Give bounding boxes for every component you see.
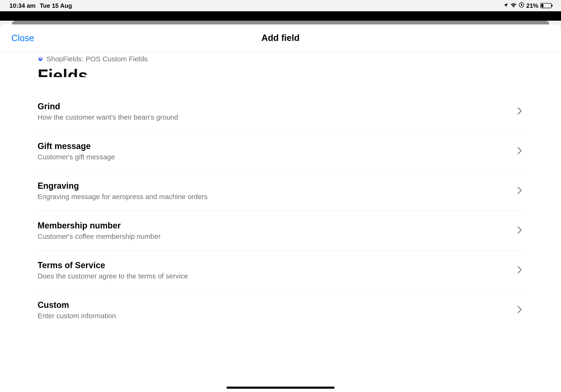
status-date: Tue 15 Aug <box>40 2 72 9</box>
field-title: Custom <box>38 300 517 310</box>
field-title: Gift message <box>38 141 517 151</box>
field-item-grind[interactable]: Grind How the customer want's their bean… <box>38 92 523 131</box>
field-desc: Customer's coffee membership number <box>38 232 517 240</box>
field-text: Grind How the customer want's their bean… <box>38 101 517 121</box>
chevron-right-icon <box>517 186 523 195</box>
field-desc: Enter custom information <box>38 312 517 320</box>
app-cube-icon <box>38 56 43 62</box>
field-text: Terms of Service Does the customer agree… <box>38 260 517 280</box>
modal-content: ShopFields: POS Custom Fields Fields Gri… <box>0 52 561 330</box>
field-text: Gift message Customer's gift message <box>38 141 517 161</box>
modal-title: Add field <box>261 33 300 43</box>
field-desc: Does the customer agree to the terms of … <box>38 272 517 280</box>
status-left: 10:34 am Tue 15 Aug <box>9 2 72 9</box>
field-item-membership-number[interactable]: Membership number Customer's coffee memb… <box>38 211 523 250</box>
field-desc: Customer's gift message <box>38 153 517 161</box>
battery-percent: 21% <box>526 2 539 9</box>
chevron-right-icon <box>517 226 523 235</box>
field-item-terms-of-service[interactable]: Terms of Service Does the customer agree… <box>38 250 523 290</box>
field-text: Custom Enter custom information <box>38 300 517 320</box>
status-time: 10:34 am <box>9 2 35 9</box>
field-title: Engraving <box>38 181 517 191</box>
field-title: Membership number <box>38 221 517 230</box>
background-app-bar <box>0 11 561 21</box>
close-button[interactable]: Close <box>11 33 34 43</box>
field-desc: How the customer want's their bean's gro… <box>38 113 517 121</box>
background-sheet-edge <box>12 21 549 24</box>
modal-header: Close Add field <box>0 24 561 52</box>
orientation-lock-icon <box>519 2 524 9</box>
chevron-right-icon <box>517 147 523 156</box>
app-source-row: ShopFields: POS Custom Fields <box>38 55 523 63</box>
chevron-right-icon <box>517 107 523 116</box>
section-heading: Fields <box>38 64 523 77</box>
modal-sheet: Close Add field ShopFields: POS Custom F… <box>0 24 561 392</box>
field-item-custom[interactable]: Custom Enter custom information <box>38 290 523 330</box>
field-item-gift-message[interactable]: Gift message Customer's gift message <box>38 131 523 171</box>
field-item-engraving[interactable]: Engraving Engraving message for aeropres… <box>38 171 523 211</box>
field-title: Terms of Service <box>38 260 517 270</box>
field-title: Grind <box>38 101 517 111</box>
location-icon <box>503 2 508 9</box>
battery-icon <box>540 3 552 8</box>
home-indicator[interactable] <box>227 387 334 389</box>
chevron-right-icon <box>517 266 523 275</box>
wifi-icon <box>510 2 517 9</box>
status-right: 21% <box>503 2 552 9</box>
field-desc: Engraving message for aeropress and mach… <box>38 193 517 201</box>
chevron-right-icon <box>517 305 523 315</box>
field-text: Membership number Customer's coffee memb… <box>38 221 517 240</box>
app-name-label: ShopFields: POS Custom Fields <box>46 55 148 63</box>
status-bar: 10:34 am Tue 15 Aug 21% <box>0 0 561 11</box>
field-text: Engraving Engraving message for aeropres… <box>38 181 517 201</box>
